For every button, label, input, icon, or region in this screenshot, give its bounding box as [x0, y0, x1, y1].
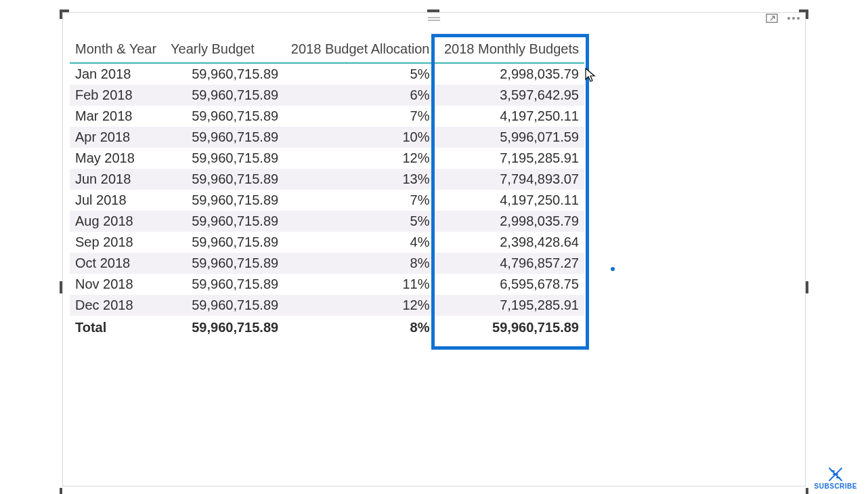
table-row[interactable]: Jan 201859,960,715.895%2,998,035.79 — [70, 64, 584, 85]
cell-alloc: 6% — [284, 85, 435, 106]
cell-month: May 2018 — [70, 148, 165, 169]
subscribe-label: SUBSCRIBE — [815, 482, 857, 490]
svg-point-1 — [787, 17, 790, 20]
table-row[interactable]: Jul 201859,960,715.897%4,197,250.11 — [70, 190, 584, 211]
table-visual[interactable]: Month & Year Yearly Budget 2018 Budget A… — [62, 12, 806, 487]
table-row[interactable]: Mar 201859,960,715.897%4,197,250.11 — [70, 106, 584, 127]
cell-monthly: 4,197,250.11 — [435, 190, 584, 211]
cell-yearly: 59,960,715.89 — [165, 64, 284, 85]
frame-corner-bl — [60, 488, 69, 494]
focus-mode-button[interactable] — [764, 11, 779, 26]
table-row[interactable]: May 201859,960,715.8912%7,195,285.91 — [70, 148, 584, 169]
table-row[interactable]: Sep 201859,960,715.894%2,398,428.64 — [70, 232, 584, 253]
cell-yearly: 59,960,715.89 — [165, 148, 284, 169]
cell-monthly: 2,998,035.79 — [435, 211, 584, 232]
cell-alloc: 8% — [284, 253, 435, 274]
cell-yearly: 59,960,715.89 — [165, 85, 284, 106]
svg-point-2 — [792, 17, 795, 20]
cell-alloc: 5% — [284, 64, 435, 85]
dna-icon — [827, 467, 844, 482]
cell-monthly: 7,794,893.07 — [435, 169, 584, 190]
ellipsis-icon — [787, 16, 800, 20]
more-options-button[interactable] — [786, 11, 801, 26]
col-header-monthly-label: 2018 Monthly Budgets — [444, 41, 579, 56]
cell-month: Nov 2018 — [70, 274, 165, 295]
table-row[interactable]: Aug 201859,960,715.895%2,998,035.79 — [70, 211, 584, 232]
table-row[interactable]: Dec 201859,960,715.8912%7,195,285.91 — [70, 295, 584, 316]
col-header-month[interactable]: Month & Year — [70, 37, 165, 64]
cell-month: Apr 2018 — [70, 127, 165, 148]
frame-handle-right[interactable] — [806, 281, 808, 293]
cell-monthly: 4,197,250.11 — [435, 106, 584, 127]
table-row[interactable]: Feb 201859,960,715.896%3,597,642.95 — [70, 85, 584, 106]
cell-yearly: 59,960,715.89 — [165, 211, 284, 232]
svg-point-3 — [797, 17, 800, 20]
cell-month: Jun 2018 — [70, 169, 165, 190]
cell-yearly: 59,960,715.89 — [165, 127, 284, 148]
budget-table[interactable]: Month & Year Yearly Budget 2018 Budget A… — [70, 37, 584, 338]
cell-month: Oct 2018 — [70, 253, 165, 274]
cell-alloc: 12% — [284, 148, 435, 169]
cell-yearly: 59,960,715.89 — [165, 106, 284, 127]
table-total-row: Total 59,960,715.89 8% 59,960,715.89 — [70, 316, 584, 338]
total-alloc: 8% — [284, 316, 435, 338]
cell-alloc: 10% — [284, 127, 435, 148]
cell-monthly: 2,998,035.79 — [435, 64, 584, 85]
drag-grip-icon[interactable] — [428, 17, 440, 21]
cell-monthly: 7,195,285.91 — [435, 148, 584, 169]
total-yearly: 59,960,715.89 — [165, 316, 284, 338]
table-row[interactable]: Nov 201859,960,715.8911%6,595,678.75 — [70, 274, 584, 295]
cell-alloc: 5% — [284, 211, 435, 232]
frame-corner-br — [799, 488, 808, 494]
cell-alloc: 12% — [284, 295, 435, 316]
col-header-alloc-label: 2018 Budget Allocation — [291, 41, 430, 56]
cell-alloc: 13% — [284, 169, 435, 190]
cell-month: Dec 2018 — [70, 295, 165, 316]
subscribe-badge[interactable]: SUBSCRIBE — [815, 467, 857, 490]
cell-monthly: 4,796,857.27 — [435, 253, 584, 274]
cell-yearly: 59,960,715.89 — [165, 274, 284, 295]
col-header-monthly[interactable]: 2018 Monthly Budgets — [435, 37, 584, 64]
cell-monthly: 2,398,428.64 — [435, 232, 584, 253]
cell-yearly: 59,960,715.89 — [165, 295, 284, 316]
cell-month: Feb 2018 — [70, 85, 165, 106]
cell-month: Aug 2018 — [70, 211, 165, 232]
cell-monthly: 5,996,071.59 — [435, 127, 584, 148]
col-header-month-label: Month & Year — [75, 41, 156, 56]
cell-month: Jul 2018 — [70, 190, 165, 211]
cell-yearly: 59,960,715.89 — [165, 190, 284, 211]
cell-yearly: 59,960,715.89 — [165, 253, 284, 274]
cell-monthly: 6,595,678.75 — [435, 274, 584, 295]
total-label: Total — [70, 316, 165, 338]
cell-alloc: 11% — [284, 274, 435, 295]
cell-monthly: 3,597,642.95 — [435, 85, 584, 106]
table-row[interactable]: Oct 201859,960,715.898%4,796,857.27 — [70, 253, 584, 274]
table-header-row[interactable]: Month & Year Yearly Budget 2018 Budget A… — [70, 37, 584, 64]
cell-monthly: 7,195,285.91 — [435, 295, 584, 316]
focus-mode-icon — [766, 14, 778, 23]
cell-month: Mar 2018 — [70, 106, 165, 127]
col-header-yearly[interactable]: Yearly Budget — [165, 37, 284, 64]
table-row[interactable]: Jun 201859,960,715.8913%7,794,893.07 — [70, 169, 584, 190]
cell-alloc: 7% — [284, 190, 435, 211]
cell-alloc: 4% — [284, 232, 435, 253]
table-row[interactable]: Apr 201859,960,715.8910%5,996,071.59 — [70, 127, 584, 148]
cell-alloc: 7% — [284, 106, 435, 127]
total-monthly: 59,960,715.89 — [435, 316, 584, 338]
cell-yearly: 59,960,715.89 — [165, 169, 284, 190]
dot-icon — [611, 267, 615, 271]
cell-month: Sep 2018 — [70, 232, 165, 253]
col-header-yearly-label: Yearly Budget — [171, 41, 255, 56]
cell-yearly: 59,960,715.89 — [165, 232, 284, 253]
col-header-alloc[interactable]: 2018 Budget Allocation — [284, 37, 435, 64]
cell-month: Jan 2018 — [70, 64, 165, 85]
